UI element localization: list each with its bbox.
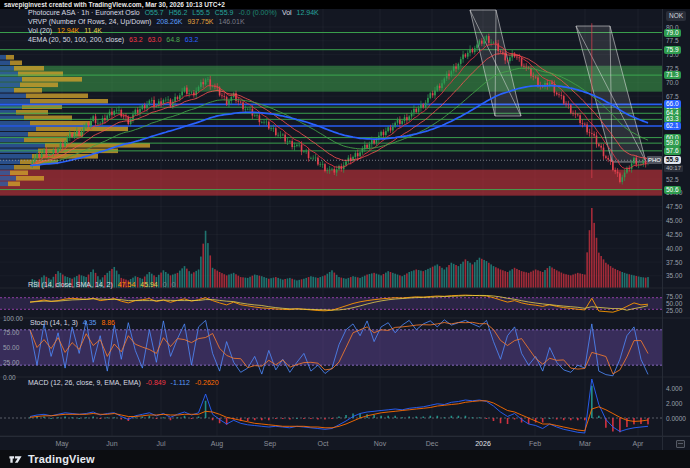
vol-value: 12.94K <box>297 9 319 16</box>
stoch-left-tick: 100.00 <box>3 315 23 322</box>
month-label: Feb <box>529 440 541 447</box>
vol-current: 12.94K <box>57 27 79 34</box>
price-tick: 77.5 <box>666 37 679 44</box>
level-price-label: 75.9 <box>664 46 681 54</box>
macd-tick: 0.0000 <box>666 415 686 422</box>
footer-bar: TradingView <box>0 450 690 468</box>
stoch-legend-row[interactable]: Stoch (14, 1, 3) 4.35 8.86 <box>30 319 115 327</box>
month-label: 2026 <box>475 440 491 447</box>
ema100-value: 64.8 <box>166 36 180 43</box>
last-price-label: 55.9 <box>664 156 681 164</box>
attribution-text: savepiginvest created with TradingView.c… <box>4 1 225 8</box>
tradingview-chart-window: savepiginvest created with TradingView.c… <box>0 0 690 468</box>
ema-legend-row[interactable]: 4EMA (20, 50, 100, 200, close) 63.2 63.0… <box>28 36 198 44</box>
month-label: Jul <box>157 440 166 447</box>
price-tick: 42.50 <box>666 231 682 238</box>
ohlc-high: H56.2 <box>169 9 188 16</box>
level-price-label: 71.3 <box>664 71 681 79</box>
level-price-label: 50.6 <box>664 186 681 194</box>
vol-legend-row[interactable]: Vol (20) 12.94K 11.4K <box>28 27 102 35</box>
month-label: Jun <box>106 440 117 447</box>
stoch-d-value: 8.86 <box>101 319 115 326</box>
price-tick: 70.0 <box>666 79 679 86</box>
price-tick: 52.5 <box>666 176 679 183</box>
vol-label: Vol <box>282 9 292 16</box>
price-tick: 35.00 <box>666 272 682 279</box>
tradingview-brand-text: TradingView <box>28 453 95 465</box>
rsi-band-lower: 0 <box>172 281 176 288</box>
macd-line-value: -1.112 <box>171 379 190 386</box>
month-label: Nov <box>374 440 386 447</box>
ohlc-open: O55.7 <box>145 9 164 16</box>
price-change: -0.0 (0.00%) <box>238 9 277 16</box>
ema200-value: 63.2 <box>185 36 199 43</box>
macd-legend-row[interactable]: MACD (12, 26, close, 9, EMA, EMA) -0.849… <box>28 379 219 387</box>
level-price-label: 59.0 <box>664 139 681 147</box>
time-axis[interactable]: MayJunJulAugSepOctNovDec2026FebMarApr <box>0 436 690 450</box>
stoch-k-value: 4.35 <box>83 319 97 326</box>
month-label: Mar <box>579 440 591 447</box>
price-tick: 67.5 <box>666 93 679 100</box>
price-tick: 47.50 <box>666 203 682 210</box>
level-price-label: 79.0 <box>664 29 681 37</box>
vrvp-legend-row[interactable]: VRVP (Number Of Rows, 24, Up/Down) 208.2… <box>28 18 245 26</box>
stoch-left-tick: 50.00 <box>3 344 19 351</box>
macd-tick: 2.000 <box>666 400 682 407</box>
ema-title[interactable]: 4EMA (20, 50, 100, 200, close) <box>28 36 124 43</box>
vrvp-title[interactable]: VRVP (Number Of Rows, 24, Up/Down) <box>28 18 151 25</box>
vrvp-down-vol: 937.75K <box>187 18 213 25</box>
month-label: Dec <box>426 440 438 447</box>
rsi-tick: 75.00 <box>666 293 682 300</box>
ohlc-close: C55.9 <box>215 9 234 16</box>
price-tick: 45.00 <box>666 217 682 224</box>
month-label: Oct <box>318 440 329 447</box>
vrvp-total-vol: 146.01K <box>219 18 245 25</box>
macd-tick: 4.000 <box>666 385 682 392</box>
symbol-legend-row[interactable]: Photocure ASA · 1h · Euronext Oslo O55.7… <box>28 9 319 17</box>
currency-button[interactable]: NOK <box>666 11 686 21</box>
vol-ma: 11.4K <box>84 27 102 34</box>
ohlc-low: L55.5 <box>192 9 210 16</box>
stoch-left-tick: 25.00 <box>3 359 19 366</box>
level-price-label: 57.6 <box>664 147 681 155</box>
rsi-band-upper: 0 <box>163 281 167 288</box>
rsi-legend-row[interactable]: RSI (14, close, SMA, 14, 2) 47.54 45.94 … <box>28 281 176 289</box>
rsi-value: 47.54 <box>118 281 136 288</box>
vol-title[interactable]: Vol (20) <box>28 27 52 34</box>
line-price-label: 62.1 <box>664 122 681 130</box>
vrvp-up-vol: 208.26K <box>156 18 182 25</box>
rsi-tick: 25.00 <box>666 307 682 314</box>
price-scale[interactable]: NOK 80.077.575.072.570.067.552.550.0047.… <box>662 9 690 450</box>
tradingview-logo-icon[interactable] <box>8 452 23 467</box>
rsi-title[interactable]: RSI (14, close, SMA, 14, 2) <box>28 281 113 288</box>
stoch-left-tick: 75.00 <box>3 329 19 336</box>
macd-signal-value: -0.2620 <box>195 379 219 386</box>
macd-title[interactable]: MACD (12, 26, close, 9, EMA, EMA) <box>28 379 141 386</box>
ema50-value: 63.0 <box>148 36 162 43</box>
month-label: Sep <box>264 440 276 447</box>
macd-hist-value: -0.849 <box>146 379 166 386</box>
line-price-label: 66.0 <box>664 100 681 108</box>
ema20-value: 63.2 <box>129 36 143 43</box>
price-tick: 37.50 <box>666 259 682 266</box>
symbol-tag: PHO <box>647 156 662 164</box>
rsi-tick: 50.00 <box>666 300 682 307</box>
month-label: Aug <box>211 440 223 447</box>
price-tick: 40.00 <box>666 245 682 252</box>
stoch-title[interactable]: Stoch (14, 1, 3) <box>30 319 78 326</box>
month-label: Apr <box>633 440 644 447</box>
symbol-title[interactable]: Photocure ASA · 1h · Euronext Oslo <box>28 9 140 16</box>
month-label: May <box>55 440 68 447</box>
attribution-bar: savepiginvest created with TradingView.c… <box>0 0 690 9</box>
bar-countdown: 40:17 <box>664 165 683 172</box>
rsi-ma-value: 45.94 <box>140 281 158 288</box>
stoch-left-tick: 0.00 <box>3 374 16 381</box>
